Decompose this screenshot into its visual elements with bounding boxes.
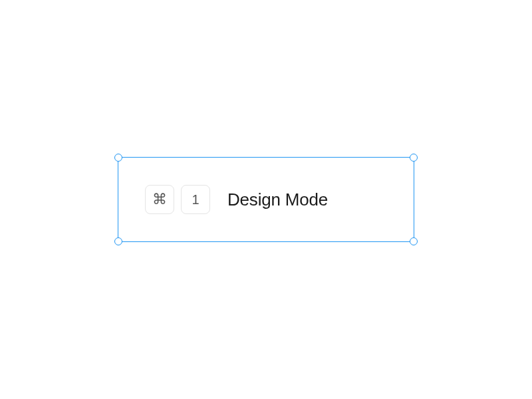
shortcut-display: ⌘ 1 Design Mode (145, 185, 328, 214)
command-key-icon: ⌘ (145, 185, 174, 214)
shortcut-key: 1 (181, 185, 210, 214)
selection-frame[interactable]: ⌘ 1 Design Mode (118, 157, 414, 242)
resize-handle-top-left[interactable] (114, 154, 122, 162)
shortcut-label: Design Mode (227, 190, 328, 210)
resize-handle-bottom-left[interactable] (114, 237, 122, 245)
resize-handle-bottom-right[interactable] (410, 237, 418, 245)
resize-handle-top-right[interactable] (410, 154, 418, 162)
